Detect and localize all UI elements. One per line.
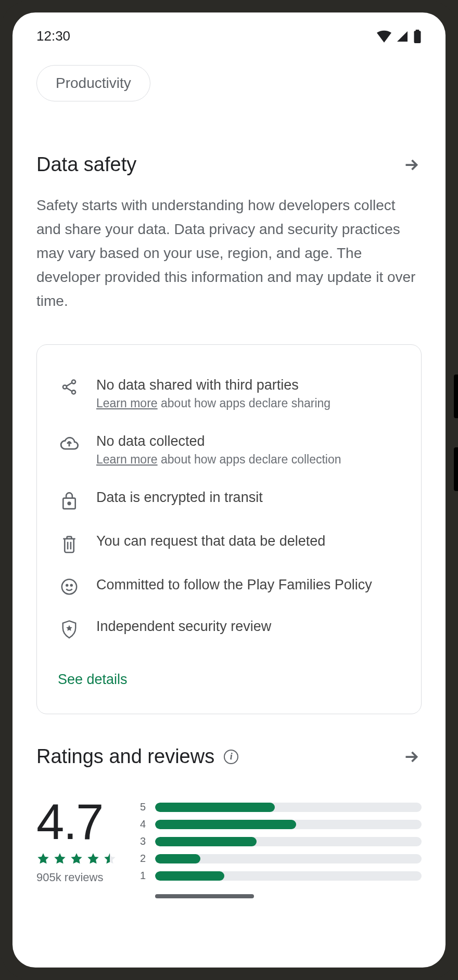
chip-productivity[interactable]: Productivity <box>36 65 150 101</box>
device-side-button <box>454 375 458 418</box>
rating-bar-row: 3 <box>137 835 422 847</box>
svg-rect-1 <box>416 30 419 31</box>
rating-bar-row: 4 <box>137 818 422 830</box>
safety-row-title: Committed to follow the Play Families Po… <box>96 577 400 593</box>
wifi-icon <box>377 30 391 43</box>
ratings-header[interactable]: Ratings and reviews i <box>36 714 422 776</box>
status-icons <box>377 30 422 43</box>
safety-row-title: No data collected <box>96 433 400 449</box>
rating-bar-label: 2 <box>137 853 146 865</box>
rating-bar-label: 3 <box>137 835 146 847</box>
safety-row-title: You can request that data be deleted <box>96 533 400 549</box>
safety-row-subtitle: Learn more about how apps declare sharin… <box>96 393 400 410</box>
lock-icon <box>58 489 81 510</box>
safety-row-families: Committed to follow the Play Families Po… <box>58 565 400 607</box>
rating-bar-label: 4 <box>137 818 146 830</box>
see-details-link[interactable]: See details <box>58 651 400 688</box>
ratings-title: Ratings and reviews <box>36 745 214 768</box>
rating-bar-track <box>155 854 422 863</box>
svg-point-3 <box>63 385 67 389</box>
rating-bar-track <box>155 803 422 812</box>
trash-icon <box>58 533 81 554</box>
svg-line-6 <box>67 388 72 392</box>
rating-bar-label: 1 <box>137 870 146 882</box>
battery-icon <box>413 30 422 43</box>
rating-stars <box>36 847 117 866</box>
svg-point-8 <box>68 502 71 505</box>
info-icon[interactable]: i <box>224 750 238 764</box>
learn-more-link[interactable]: Learn more <box>96 396 158 410</box>
svg-point-12 <box>66 585 68 586</box>
star-icon <box>36 852 50 866</box>
shield-star-icon <box>58 618 81 639</box>
device-side-button <box>454 447 458 491</box>
rating-bar-row: 1 <box>137 870 422 882</box>
share-icon <box>58 377 81 396</box>
safety-row-subtitle: Learn more about how apps declare collec… <box>96 449 400 467</box>
data-safety-description: Safety starts with understanding how dev… <box>36 184 422 334</box>
star-icon <box>53 852 67 866</box>
safety-row-title: No data shared with third parties <box>96 377 400 393</box>
learn-more-link[interactable]: Learn more <box>96 453 158 466</box>
rating-bar-fill <box>155 820 296 829</box>
star-icon <box>86 852 100 866</box>
safety-row-security-review: Independent security review <box>58 607 400 651</box>
rating-bar-track <box>155 837 422 846</box>
star-icon <box>70 852 83 866</box>
arrow-right-icon[interactable] <box>401 746 422 767</box>
safety-row-encryption: Data is encrypted in transit <box>58 478 400 522</box>
status-time: 12:30 <box>36 28 70 44</box>
rating-bar-row: 2 <box>137 853 422 865</box>
svg-point-13 <box>71 585 72 586</box>
svg-point-11 <box>62 579 77 594</box>
status-bar: 12:30 <box>12 12 446 49</box>
rating-bar-track <box>155 820 422 829</box>
safety-row-delete: You can request that data be deleted <box>58 522 400 565</box>
data-safety-card: No data shared with third parties Learn … <box>36 344 422 714</box>
ratings-block: 4.7 905k reviews 54321 <box>36 776 422 898</box>
rating-bar-label: 5 <box>137 801 146 813</box>
svg-line-5 <box>67 383 72 386</box>
rating-bar-fill <box>155 837 257 846</box>
rating-value: 4.7 <box>36 797 117 847</box>
cloud-upload-icon <box>58 433 81 452</box>
safety-row-title: Data is encrypted in transit <box>96 489 400 506</box>
rating-bar-fill <box>155 803 275 812</box>
reviews-count: 905k reviews <box>36 866 117 884</box>
safety-row-sharing: No data shared with third parties Learn … <box>58 366 400 422</box>
svg-point-2 <box>72 380 75 384</box>
chips-row: Productivity <box>36 49 422 122</box>
svg-rect-0 <box>414 31 421 43</box>
rating-bar-row: 5 <box>137 801 422 813</box>
data-safety-title: Data safety <box>36 153 136 176</box>
star-icon <box>103 852 117 866</box>
rating-bar-fill <box>155 854 200 863</box>
horizontal-scroll-indicator <box>155 894 254 898</box>
chip-label: Productivity <box>56 75 131 92</box>
rating-distribution: 54321 <box>137 797 422 898</box>
svg-point-4 <box>72 390 75 394</box>
family-icon <box>58 577 81 596</box>
rating-bar-track <box>155 871 422 881</box>
signal-icon <box>396 30 409 43</box>
safety-row-collection: No data collected Learn more about how a… <box>58 422 400 478</box>
data-safety-header[interactable]: Data safety <box>36 122 422 184</box>
arrow-right-icon[interactable] <box>401 154 422 175</box>
rating-bar-fill <box>155 871 224 881</box>
rating-summary: 4.7 905k reviews <box>36 797 117 884</box>
safety-row-title: Independent security review <box>96 618 400 635</box>
